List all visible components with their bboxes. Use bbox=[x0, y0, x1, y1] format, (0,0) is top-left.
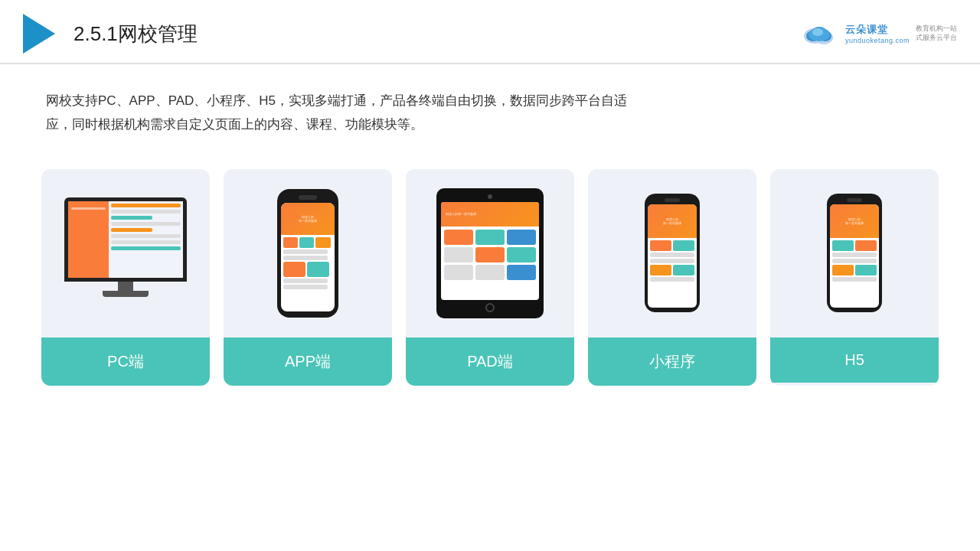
card-miniprogram: 职进人的第一堂判题课 bbox=[588, 169, 756, 386]
card-h5-image: 职进人的第一堂判题课 bbox=[770, 169, 939, 337]
phone-h5-icon: 职进人的第一堂判题课 bbox=[827, 194, 882, 312]
card-app-label: APP端 bbox=[224, 337, 392, 386]
card-h5: 职进人的第一堂判题课 bbox=[770, 169, 939, 386]
card-miniprogram-image: 职进人的第一堂判题课 bbox=[588, 169, 756, 337]
brand-name: 云朵课堂 bbox=[845, 23, 910, 37]
brand-text: 云朵课堂 yunduoketang.com bbox=[845, 23, 910, 44]
cards-section: PC端 职进人的第一堂判题课 bbox=[0, 154, 980, 386]
title-prefix: 2.5.1 bbox=[74, 22, 118, 45]
title-main: 网校管理 bbox=[118, 22, 198, 45]
svg-point-6 bbox=[812, 28, 823, 36]
card-miniprogram-label: 小程序 bbox=[588, 337, 756, 386]
card-pc-image bbox=[41, 169, 210, 337]
card-app: 职进人的第一堂判题课 bbox=[224, 169, 392, 386]
card-pad: 职进人的第一堂判题课 PAD端 bbox=[406, 169, 574, 386]
card-pad-label: PAD端 bbox=[406, 337, 574, 386]
phone-app-icon: 职进人的第一堂判题课 bbox=[277, 189, 338, 318]
tablet-pad-icon: 职进人的第一堂判题课 bbox=[436, 188, 544, 318]
card-app-image: 职进人的第一堂判题课 bbox=[224, 169, 392, 337]
description-text: 网校支持PC、APP、PAD、小程序、H5，实现多端打通，产品各终端自由切换，数… bbox=[0, 64, 689, 146]
header: 2.5.1网校管理 云朵课堂 yunduoketang.com bbox=[0, 0, 980, 64]
brand-slogan: 教育机构一站 式服务云平台 bbox=[916, 24, 957, 42]
card-pc: PC端 bbox=[41, 169, 210, 386]
page-title: 2.5.1网校管理 bbox=[74, 21, 198, 47]
pc-monitor-icon bbox=[60, 197, 191, 308]
phone-miniprogram-icon: 职进人的第一堂判题课 bbox=[645, 194, 700, 312]
header-left: 2.5.1网校管理 bbox=[23, 14, 198, 54]
cloud-icon bbox=[799, 19, 839, 48]
header-right: 云朵课堂 yunduoketang.com 教育机构一站 式服务云平台 bbox=[799, 19, 957, 48]
logo-triangle-icon bbox=[23, 14, 55, 54]
brand-url: yunduoketang.com bbox=[845, 37, 910, 44]
card-pad-image: 职进人的第一堂判题课 bbox=[406, 169, 574, 337]
brand-logo: 云朵课堂 yunduoketang.com 教育机构一站 式服务云平台 bbox=[799, 19, 957, 48]
card-h5-label: H5 bbox=[770, 337, 939, 383]
card-pc-label: PC端 bbox=[41, 337, 210, 386]
